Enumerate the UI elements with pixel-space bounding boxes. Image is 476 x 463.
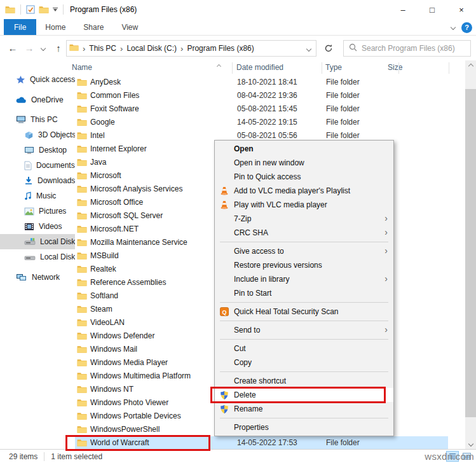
- column-divider[interactable]: [232, 62, 233, 74]
- file-name: Microsoft SQL Server: [90, 211, 163, 220]
- quick-access-star-icon: [16, 75, 25, 85]
- column-header-date-modified[interactable]: Date modified: [236, 63, 283, 72]
- menu-item-copy[interactable]: Copy: [215, 356, 393, 370]
- sidebar-item-onedrive[interactable]: OneDrive: [0, 92, 75, 107]
- tab-home[interactable]: Home: [36, 19, 74, 35]
- file-name: Microsoft.NET: [90, 225, 139, 233]
- file-name: VideoLAN: [90, 318, 125, 327]
- file-row-world-of-warcraft[interactable]: World of Warcraft14-05-2022 17:53File fo…: [75, 436, 465, 450]
- sidebar-item-desktop[interactable]: Desktop: [0, 142, 75, 158]
- menu-item-label: Send to: [234, 326, 260, 335]
- menu-item-rename[interactable]: Rename: [215, 402, 393, 416]
- folder-icon: [77, 331, 87, 342]
- column-header-size[interactable]: Size: [388, 63, 402, 72]
- column-divider[interactable]: [322, 62, 322, 74]
- sidebar-item-downloads[interactable]: Downloads: [0, 173, 75, 188]
- breadcrumb-program-files[interactable]: Program Files (x86): [186, 44, 255, 53]
- menu-item-restore-previous-versions[interactable]: Restore previous versions: [215, 258, 393, 272]
- file-name: Steam: [90, 305, 112, 314]
- menu-item-label: Pin to Quick access: [234, 172, 301, 181]
- file-name: Microsoft Office: [90, 198, 143, 207]
- file-row-common-files[interactable]: Common Files08-04-2022 19:36File folder: [75, 89, 465, 102]
- sidebar-item-label: Videos: [39, 222, 62, 231]
- tab-share[interactable]: Share: [74, 19, 112, 35]
- folder-icon: [77, 371, 87, 382]
- tab-file[interactable]: File: [4, 19, 36, 35]
- breadcrumb-local-disk[interactable]: Local Disk (C:): [125, 44, 178, 53]
- recent-locations-icon[interactable]: [38, 36, 48, 60]
- breadcrumb[interactable]: › This PC › Local Disk (C:) › Program Fi…: [66, 40, 316, 57]
- maximize-button[interactable]: □: [418, 0, 447, 19]
- refresh-icon[interactable]: [320, 40, 337, 57]
- tab-view[interactable]: View: [112, 19, 147, 35]
- 3d-objects-icon: [24, 130, 34, 140]
- menu-item-pin-to-start[interactable]: Pin to Start: [215, 286, 393, 300]
- context-menu: OpenOpen in new windowPin to Quick acces…: [214, 140, 394, 436]
- file-row-foxit-software[interactable]: Foxit Software05-08-2021 15:45File folde…: [75, 102, 465, 116]
- scroll-down-icon[interactable]: [465, 438, 476, 449]
- column-header-name[interactable]: Name: [72, 63, 92, 72]
- customize-toolbar-icon[interactable]: [53, 8, 58, 11]
- back-button[interactable]: ←: [5, 36, 20, 60]
- column-divider[interactable]: [398, 62, 399, 74]
- close-button[interactable]: ×: [447, 0, 476, 19]
- file-name: Windows Photo Viewer: [90, 398, 168, 407]
- videos-icon: [24, 223, 34, 231]
- new-folder-icon[interactable]: [39, 5, 49, 14]
- sidebar-item-this-pc[interactable]: This PC: [0, 112, 75, 127]
- forward-button[interactable]: →: [22, 36, 37, 60]
- menu-item-open[interactable]: Open: [215, 142, 393, 156]
- column-header-type[interactable]: Type: [325, 63, 342, 72]
- sidebar-item-videos[interactable]: Videos: [0, 219, 75, 234]
- folder-icon: [77, 305, 87, 315]
- sidebar-item-documents[interactable]: Documents: [0, 158, 75, 173]
- menu-item-open-in-new-window[interactable]: Open in new window: [215, 156, 393, 170]
- folder-icon: [77, 278, 87, 289]
- sidebar-item-pictures[interactable]: Pictures: [0, 204, 75, 219]
- downloads-icon: [24, 176, 33, 185]
- file-name: Windows Portable Devices: [90, 411, 181, 420]
- menu-item-create-shortcut[interactable]: Create shortcut: [215, 374, 393, 388]
- file-row-google[interactable]: Google14-05-2022 19:15File folder: [75, 116, 465, 129]
- menu-item-delete[interactable]: Delete: [215, 388, 393, 402]
- sidebar-item-quick-access[interactable]: Quick access: [0, 72, 75, 87]
- menu-item-play-with-vlc-media-player[interactable]: Play with VLC media player: [215, 198, 393, 212]
- menu-item-give-access-to[interactable]: Give access to›: [215, 244, 393, 258]
- menu-item-label: Open in new window: [234, 158, 304, 167]
- menu-item-pin-to-quick-access[interactable]: Pin to Quick access: [215, 170, 393, 184]
- menu-item-label: 7-Zip: [234, 214, 251, 223]
- file-name: Softland: [90, 291, 118, 300]
- menu-item-7-zip[interactable]: 7-Zip›: [215, 212, 393, 226]
- items-count: 29 items: [9, 452, 37, 461]
- file-row-anydesk[interactable]: AnyDesk18-10-2021 18:41File folder: [75, 76, 465, 89]
- expand-ribbon-icon[interactable]: [451, 25, 456, 30]
- menu-item-properties[interactable]: Properties: [215, 420, 393, 434]
- menu-item-quick-heal-total-security-scan[interactable]: QQuick Heal Total Security Scan: [215, 305, 393, 319]
- address-dropdown-icon[interactable]: [306, 46, 311, 52]
- menu-item-cut[interactable]: Cut: [215, 342, 393, 356]
- file-type: File folder: [326, 438, 360, 447]
- sidebar-item-3d-objects[interactable]: 3D Objects: [0, 127, 75, 142]
- scrollbar-thumb[interactable]: [465, 89, 476, 417]
- help-icon[interactable]: ?: [461, 22, 472, 33]
- menu-item-crc-sha[interactable]: CRC SHA›: [215, 226, 393, 240]
- file-name: Google: [90, 118, 115, 127]
- folder-icon: [77, 438, 87, 449]
- menu-item-add-to-vlc-media-player-s-playlist[interactable]: Add to VLC media player's Playlist: [215, 184, 393, 198]
- vertical-scrollbar[interactable]: [465, 60, 476, 449]
- breadcrumb-this-pc[interactable]: This PC: [88, 44, 118, 53]
- sidebar-item-music[interactable]: Music: [0, 188, 75, 204]
- file-type: File folder: [326, 104, 360, 113]
- sidebar-item-local-disk-d[interactable]: Local Disk (D:): [0, 249, 75, 265]
- properties-icon[interactable]: [26, 5, 35, 14]
- sidebar-item-local-disk-c[interactable]: Local Disk (C:): [0, 234, 75, 249]
- search-input[interactable]: Search Program Files (x86): [343, 40, 471, 57]
- sidebar-item-network[interactable]: Network: [0, 270, 75, 285]
- minimize-button[interactable]: –: [388, 0, 418, 19]
- sidebar-item-label: Local Disk (D:): [40, 252, 75, 261]
- menu-item-send-to[interactable]: Send to›: [215, 323, 393, 337]
- column-divider[interactable]: [449, 62, 449, 74]
- menu-item-include-in-library[interactable]: Include in library›: [215, 272, 393, 286]
- up-button[interactable]: ↑: [51, 36, 66, 60]
- scroll-up-icon[interactable]: [465, 60, 476, 71]
